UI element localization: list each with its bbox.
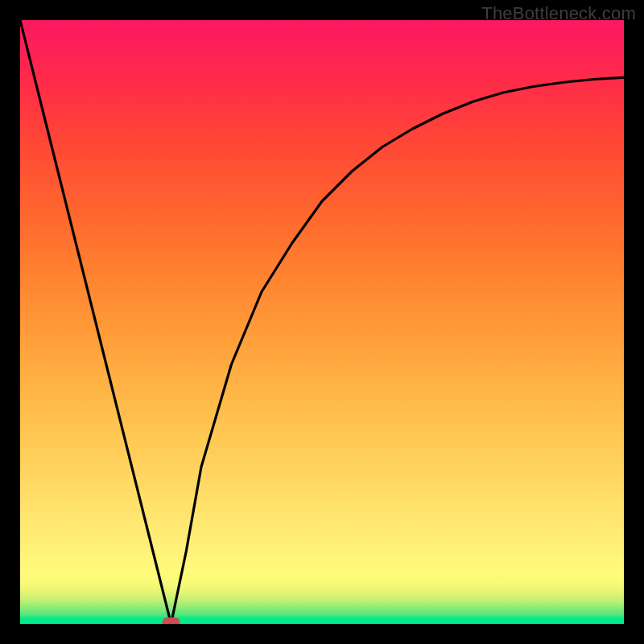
watermark-text: TheBottleneck.com: [481, 3, 636, 24]
chart-frame: TheBottleneck.com: [0, 0, 644, 644]
chart-svg: [20, 20, 624, 624]
gradient-background: [20, 20, 624, 624]
curve-marker: [163, 617, 180, 624]
plot-area: [20, 20, 624, 624]
